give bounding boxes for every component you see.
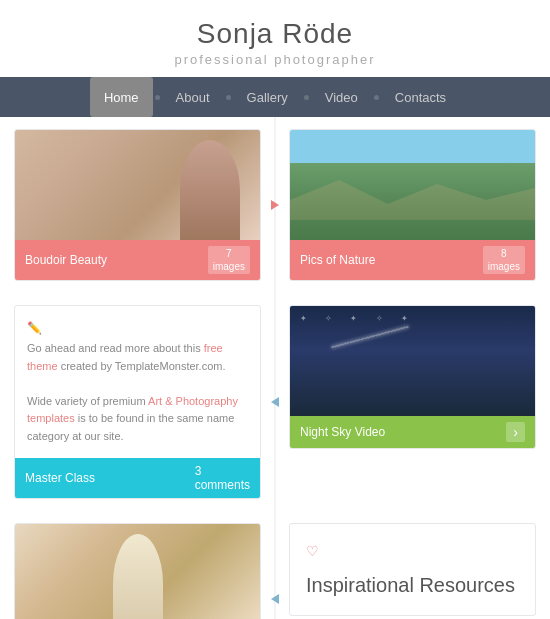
night-sky-title: Night Sky Video [300, 425, 385, 439]
center-divider [275, 117, 276, 619]
site-title: Sonja Röde [0, 18, 550, 50]
summer-lifestyle-col: Summer Lifestyle 18 images [0, 511, 275, 619]
inspirational-card: Inspirational Resources [289, 523, 536, 616]
master-class-count: 3 comments [195, 464, 250, 492]
summer-lifestyle-card[interactable]: Summer Lifestyle 18 images [14, 523, 261, 619]
boudoir-beauty-card[interactable]: Boudoir Beauty 7 images [14, 129, 261, 281]
arrow-right-icon-1 [271, 200, 279, 210]
master-class-title: Master Class [25, 471, 95, 485]
master-class-footer: Master Class 3 comments [15, 458, 260, 498]
arrow-left-icon-3 [271, 594, 279, 604]
master-class-col: Go ahead and read more about this free t… [0, 293, 275, 511]
nav-about[interactable]: About [162, 77, 224, 117]
boudoir-title: Boudoir Beauty [25, 253, 107, 267]
master-count-unit: comments [195, 478, 250, 492]
pics-nature-col: Pics of Nature 8 images [275, 117, 550, 293]
main-content: Boudoir Beauty 7 images Pics of Nature [0, 117, 550, 619]
master-count-num: 3 [195, 464, 202, 478]
night-sky-footer: Night Sky Video › [290, 416, 535, 448]
nav-dot-4 [374, 95, 379, 100]
nav-dot-1 [155, 95, 160, 100]
pics-nature-card[interactable]: Pics of Nature 8 images [289, 129, 536, 281]
inspirational-col: Inspirational Resources " To me, photogr… [275, 511, 550, 619]
boudoir-beauty-col: Boudoir Beauty 7 images [0, 117, 275, 293]
master-class-card[interactable]: Go ahead and read more about this free t… [14, 305, 261, 499]
nav-dot-3 [304, 95, 309, 100]
night-sky-arrow[interactable]: › [506, 422, 525, 442]
nature-count: 8 images [483, 246, 525, 274]
boudoir-photo [15, 130, 260, 240]
nature-footer: Pics of Nature 8 images [290, 240, 535, 280]
main-nav: Home About Gallery Video Contacts [0, 77, 550, 117]
site-subtitle: professional photographer [0, 52, 550, 67]
nav-gallery[interactable]: Gallery [233, 77, 302, 117]
summer-photo [15, 524, 260, 619]
nav-contacts[interactable]: Contacts [381, 77, 460, 117]
nature-count-num: 8 [501, 248, 507, 259]
night-sky-col: Night Sky Video › [275, 293, 550, 511]
nature-photo [290, 130, 535, 240]
boudoir-count-unit: images [213, 261, 245, 272]
heart-icon [306, 542, 319, 559]
site-header: Sonja Röde professional photographer [0, 0, 550, 77]
nature-title: Pics of Nature [300, 253, 375, 267]
nav-dot-2 [226, 95, 231, 100]
boudoir-count-num: 7 [226, 248, 232, 259]
arrow-left-icon-2 [271, 397, 279, 407]
pencil-icon-master [27, 318, 42, 335]
nav-home[interactable]: Home [90, 77, 153, 117]
nature-count-unit: images [488, 261, 520, 272]
boudoir-count: 7 images [208, 246, 250, 274]
night-sky-card[interactable]: Night Sky Video › [289, 305, 536, 449]
inspirational-title: Inspirational Resources [306, 574, 519, 597]
master-class-body: Go ahead and read more about this free t… [27, 340, 248, 446]
boudoir-footer: Boudoir Beauty 7 images [15, 240, 260, 280]
nav-video[interactable]: Video [311, 77, 372, 117]
night-sky-photo [290, 306, 535, 416]
